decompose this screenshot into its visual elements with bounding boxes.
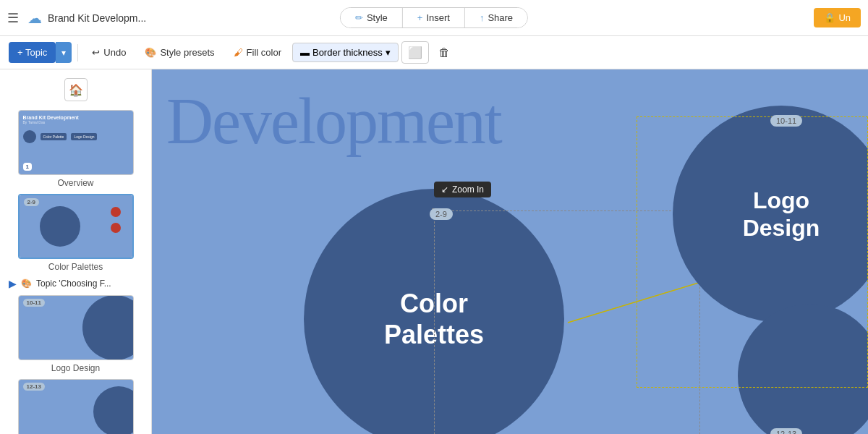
square-icon-button[interactable]: ⬜ [401,41,429,64]
slide-item-overview[interactable]: Brand Kit Development By Tamal Das Color… [0,107,151,191]
toolbar-separator-1 [77,44,78,61]
style-presets-button[interactable]: 🎨 Style presets [137,42,222,63]
undo-button[interactable]: ↩ Undo [84,42,134,63]
thumb1-subtitle: By Tamal Das [23,120,129,124]
zoom-arrow-icon: ↙ [441,184,448,195]
border-thickness-button[interactable]: ▬ Border thickness ▾ [292,43,399,62]
thumb1-badge: 1 [23,163,32,171]
zoom-tooltip[interactable]: ↙ Zoom In [434,182,491,197]
badge-12-13: 12-13 [770,428,802,434]
trash-icon: 🗑 [438,46,450,59]
home-button-container: 🏠 [0,75,151,107]
lock-button[interactable]: 🔒 Un [814,8,861,27]
canvas[interactable]: Development ColorPalettes LogoDesign 2-9… [152,69,868,434]
thumb1-label2: Logo Design [71,133,97,140]
share-icon: ↑ [480,12,485,23]
slide-item-4[interactable]: 12-13 [0,376,151,434]
logo-design-circle[interactable]: LogoDesign [673,106,868,323]
thumb1-label1: Color Palette [41,133,67,140]
share-button[interactable]: ↑ Share [465,8,527,27]
fill-color-icon: 🖌 [234,47,243,58]
slide-item-color-palettes[interactable]: 2-9 Color Palettes [0,191,151,275]
thumb1-circle-sm [23,130,36,143]
slide-label-overview: Overview [57,178,93,188]
badge-10-11: 10-11 [770,115,802,127]
selected-node-box [434,210,700,434]
bottom-right-circle[interactable] [738,304,868,434]
logo-design-text: LogoDesign [743,187,820,242]
menu-icon[interactable]: ☰ [7,10,19,26]
slide-thumb-color-palettes: 2-9 [18,194,134,259]
thumb2-dot1 [111,207,121,217]
top-bar: ☰ ☁ Brand Kit Developm... ✏ Style + Inse… [0,0,868,36]
thumb2-badge: 2-9 [24,198,40,206]
thumb2-dot2 [111,223,121,233]
slide-thumb-overview: Brand Kit Development By Tamal Das Color… [18,110,134,175]
border-thickness-chevron: ▾ [386,47,391,58]
thumb2-main-circle [40,206,80,247]
thumb3-badge: 10-11 [23,299,45,307]
canvas-title: Development [166,84,501,158]
slide-thumb-logo-design: 10-11 [18,295,134,360]
sidebar: 🏠 Brand Kit Development By Tamal Das Col… [0,69,152,434]
add-topic-button[interactable]: + Topic [9,42,56,63]
trash-button[interactable]: 🗑 [432,42,456,64]
thumb4-badge: 12-13 [23,383,45,391]
thumb3-circle [82,296,133,359]
topic-play-icon: ▶ [9,278,17,289]
toolbar: + Topic ▾ ↩ Undo 🎨 Style presets 🖌 Fill … [0,36,868,69]
topic-icon: 🎨 [21,278,32,289]
main: 🏠 Brand Kit Development By Tamal Das Col… [0,69,868,434]
cloud-icon: ☁ [27,9,42,27]
slide-thumb-4: 12-13 [18,379,134,434]
fill-color-button[interactable]: 🖌 Fill color [226,42,289,63]
slide-item-logo-design[interactable]: 10-11 Logo Design [0,292,151,376]
slide-label-logo-design: Logo Design [51,363,100,373]
border-thickness-icon: ▬ [300,47,310,58]
square-icon: ⬜ [408,46,422,59]
style-presets-icon: 🎨 [145,47,156,58]
insert-icon: + [417,12,423,23]
add-topic-dropdown[interactable]: ▾ [56,42,72,63]
lock-icon: 🔒 [824,12,835,23]
style-button[interactable]: ✏ Style [341,8,403,27]
slide-label-color-palettes: Color Palettes [48,262,103,272]
topic-label: Topic 'Choosing F... [36,278,111,289]
thumb1-title: Brand Kit Development [23,115,129,120]
undo-icon: ↩ [92,47,100,58]
topic-bar[interactable]: ▶ 🎨 Topic 'Choosing F... [0,275,151,292]
home-button[interactable]: 🏠 [64,78,88,101]
add-topic-group: + Topic ▾ [9,42,72,63]
thumb4-circle [93,386,133,434]
zoom-tooltip-text: Zoom In [452,184,484,195]
top-center-buttons: ✏ Style + Insert ↑ Share [340,7,528,28]
insert-button[interactable]: + Insert [403,8,465,27]
badge-2-9: 2-9 [430,208,453,220]
style-icon: ✏ [355,12,363,23]
